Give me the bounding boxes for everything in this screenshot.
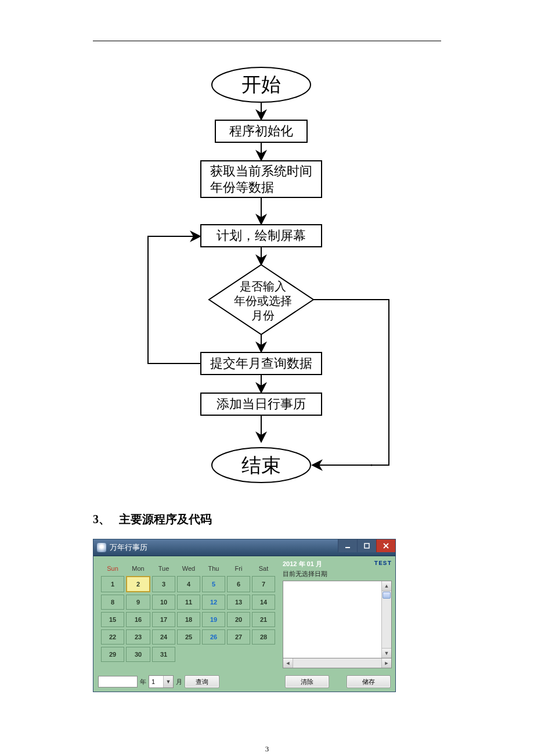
notes-textarea[interactable]: ▲ ▼ bbox=[283, 581, 392, 658]
svg-point-10 bbox=[371, 465, 373, 466]
section-title: 主要源程序及代码 bbox=[119, 513, 212, 525]
calendar-cell[interactable]: 6 bbox=[227, 576, 250, 592]
calendar-cell[interactable]: 27 bbox=[227, 629, 250, 645]
month-value: 1 bbox=[149, 678, 163, 685]
calendar-cell[interactable]: 3 bbox=[152, 576, 175, 592]
calendar-row: 22232425262728 bbox=[101, 629, 275, 645]
weekday-tue: Tue bbox=[152, 563, 175, 574]
calendar-cell bbox=[227, 647, 250, 662]
calendar-cell[interactable]: 25 bbox=[177, 629, 200, 645]
flow-addcal-label: 添加当日行事历 bbox=[217, 396, 306, 412]
calendar-cell bbox=[202, 647, 225, 662]
calendar-row: 891011121314 bbox=[101, 595, 275, 610]
bottom-bar: 年 1 ▼ 月 查询 清除 储存 bbox=[93, 672, 395, 692]
calendar-cell[interactable]: 8 bbox=[101, 595, 124, 610]
month-label: 月 bbox=[176, 678, 182, 686]
calendar-cell[interactable]: 16 bbox=[126, 612, 150, 627]
flow-addcal-box: 添加当日行事历 bbox=[200, 393, 322, 416]
calendar-cell[interactable]: 2 bbox=[126, 576, 150, 592]
calendar-cell[interactable]: 23 bbox=[126, 629, 150, 645]
current-month-label: 2012 年 01 月 bbox=[283, 560, 322, 568]
titlebar[interactable]: 万年行事历 bbox=[93, 539, 395, 556]
java-icon bbox=[97, 543, 106, 552]
maximize-button[interactable] bbox=[357, 539, 376, 552]
calendar-cell[interactable]: 22 bbox=[101, 629, 124, 645]
calendar-cell[interactable]: 21 bbox=[252, 612, 275, 627]
calendar-cell[interactable]: 28 bbox=[252, 629, 275, 645]
weekday-sun: Sun bbox=[101, 563, 124, 574]
chevron-down-icon[interactable]: ▼ bbox=[163, 676, 173, 687]
section-heading: 3、 主要源程序及代码 bbox=[93, 512, 441, 527]
flow-submit-label: 提交年月查询数据 bbox=[210, 355, 312, 372]
svg-rect-11 bbox=[345, 547, 350, 548]
calendar-cell[interactable]: 19 bbox=[202, 612, 225, 627]
year-input[interactable] bbox=[98, 676, 138, 687]
scroll-down-icon[interactable]: ▼ bbox=[382, 648, 391, 658]
calendar-cell[interactable]: 17 bbox=[152, 612, 175, 627]
calendar-cell[interactable]: 24 bbox=[152, 629, 175, 645]
flow-plan-box: 计划，绘制屏幕 bbox=[200, 224, 322, 247]
horizontal-scrollbar[interactable]: ◄ ► bbox=[283, 658, 392, 668]
calendar-cell[interactable]: 11 bbox=[177, 595, 200, 610]
flow-plan-label: 计划，绘制屏幕 bbox=[217, 228, 306, 244]
scroll-left-icon[interactable]: ◄ bbox=[283, 658, 293, 668]
month-combo[interactable]: 1 ▼ bbox=[149, 675, 174, 688]
top-rule bbox=[93, 41, 441, 41]
flow-gettime-box: 获取当前系统时间 年份等数据 bbox=[200, 160, 322, 198]
close-button[interactable] bbox=[376, 539, 395, 552]
scroll-up-icon[interactable]: ▲ bbox=[382, 581, 391, 591]
query-button[interactable]: 查询 bbox=[185, 675, 219, 688]
flow-gettime-label: 获取当前系统时间 年份等数据 bbox=[210, 163, 312, 195]
calendar-cell[interactable]: 4 bbox=[177, 576, 200, 592]
calendar-cell[interactable]: 5 bbox=[202, 576, 225, 592]
calendar-cell[interactable]: 1 bbox=[101, 576, 124, 592]
section-number: 3、 bbox=[93, 513, 110, 525]
scroll-right-icon[interactable]: ► bbox=[381, 658, 391, 668]
minimize-button[interactable] bbox=[338, 539, 357, 552]
app-window: 万年行事历 SunMonTueWedThuFriSat 123456789101… bbox=[93, 539, 396, 692]
svg-rect-12 bbox=[365, 543, 369, 548]
calendar-cell[interactable]: 10 bbox=[152, 595, 175, 610]
calendar-area: SunMonTueWedThuFriSat 123456789101112131… bbox=[93, 556, 280, 672]
calendar-cell[interactable]: 12 bbox=[202, 595, 225, 610]
weekday-sat: Sat bbox=[252, 563, 275, 574]
calendar-cell bbox=[252, 647, 275, 662]
calendar-cell[interactable]: 30 bbox=[126, 647, 150, 662]
calendar-cell[interactable]: 13 bbox=[227, 595, 250, 610]
calendar-header-row: SunMonTueWedThuFriSat bbox=[101, 563, 275, 574]
weekday-thu: Thu bbox=[202, 563, 225, 574]
flow-init-box: 程序初始化 bbox=[215, 120, 308, 143]
calendar-cell[interactable]: 29 bbox=[101, 647, 124, 662]
save-button[interactable]: 储存 bbox=[347, 675, 391, 688]
weekday-wed: Wed bbox=[177, 563, 200, 574]
calendar-cell[interactable]: 15 bbox=[101, 612, 124, 627]
calendar-cell[interactable]: 18 bbox=[177, 612, 200, 627]
flow-end: 结束 bbox=[221, 453, 302, 478]
maximize-icon bbox=[364, 543, 370, 549]
flowchart: 开始 程序初始化 获取当前系统时间 年份等数据 计划，绘制屏幕 是否输入 年份或… bbox=[134, 64, 400, 488]
calendar-cell[interactable]: 20 bbox=[227, 612, 250, 627]
close-icon bbox=[383, 543, 389, 549]
right-panel: 2012 年 01 月 TEST 目前无选择日期 ▲ ▼ ◄ ► bbox=[280, 556, 395, 672]
calendar-table: SunMonTueWedThuFriSat 123456789101112131… bbox=[99, 561, 277, 664]
flow-start: 开始 bbox=[221, 73, 302, 98]
test-label: TEST bbox=[374, 560, 392, 568]
clear-button[interactable]: 清除 bbox=[285, 675, 329, 688]
minimize-icon bbox=[345, 543, 351, 549]
weekday-mon: Mon bbox=[126, 563, 150, 574]
weekday-fri: Fri bbox=[227, 563, 250, 574]
flow-init-label: 程序初始化 bbox=[229, 123, 293, 139]
status-line: 目前无选择日期 bbox=[283, 570, 392, 578]
calendar-cell[interactable]: 7 bbox=[252, 576, 275, 592]
calendar-row: 293031 bbox=[101, 647, 275, 662]
scroll-thumb[interactable] bbox=[383, 592, 391, 599]
year-label: 年 bbox=[140, 678, 146, 686]
flow-decision-label: 是否输入 年份或选择 月份 bbox=[225, 279, 301, 323]
calendar-cell bbox=[177, 647, 200, 662]
vertical-scrollbar[interactable]: ▲ ▼ bbox=[381, 581, 391, 658]
calendar-cell[interactable]: 9 bbox=[126, 595, 150, 610]
calendar-cell[interactable]: 31 bbox=[152, 647, 175, 662]
calendar-cell[interactable]: 14 bbox=[252, 595, 275, 610]
calendar-cell[interactable]: 26 bbox=[202, 629, 225, 645]
window-controls bbox=[338, 539, 395, 552]
